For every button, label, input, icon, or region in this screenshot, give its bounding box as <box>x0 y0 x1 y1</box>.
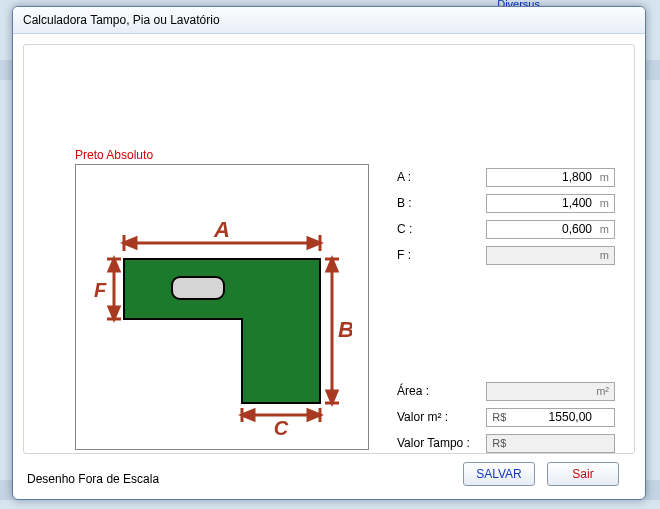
window-titlebar: Calculadora Tampo, Pia ou Lavatório <box>13 7 645 34</box>
row-B: B : m <box>397 192 615 214</box>
material-name: Preto Absoluto <box>75 148 153 162</box>
label-valor-m2: Valor m² : <box>397 410 486 424</box>
svg-marker-19 <box>308 410 320 420</box>
svg-marker-4 <box>308 238 320 248</box>
row-valor-m2: Valor m² : R$ <box>397 406 615 428</box>
row-area: Área : m² <box>397 380 615 402</box>
output-area <box>486 382 615 401</box>
input-C[interactable] <box>486 220 615 239</box>
shape-svg: A F <box>92 179 352 439</box>
client-area: Preto Absoluto A <box>13 34 645 500</box>
scale-note: Desenho Fora de Escala <box>27 472 159 486</box>
sink-cutout-icon <box>172 277 224 299</box>
dim-C-label: C <box>274 417 289 439</box>
label-B: B : <box>397 196 486 210</box>
input-F[interactable] <box>486 246 615 265</box>
app-background: Diversus Calculadora Tampo, Pia ou Lavat… <box>0 0 660 509</box>
dim-F-icon <box>107 259 121 319</box>
label-valor-tampo: Valor Tampo : <box>397 436 486 450</box>
input-B[interactable] <box>486 194 615 213</box>
svg-marker-14 <box>327 391 337 403</box>
row-valor-tampo: Valor Tampo : R$ <box>397 432 615 454</box>
save-button[interactable]: SALVAR <box>463 462 535 486</box>
svg-marker-18 <box>242 410 254 420</box>
svg-marker-8 <box>109 259 119 271</box>
svg-marker-13 <box>327 259 337 271</box>
window-title: Calculadora Tampo, Pia ou Lavatório <box>23 13 220 27</box>
dialog-buttons: SALVAR Sair <box>463 462 619 486</box>
dim-A-label: A <box>213 217 230 242</box>
label-A: A : <box>397 170 486 184</box>
dim-B-icon <box>325 259 339 403</box>
input-A[interactable] <box>486 168 615 187</box>
svg-marker-3 <box>124 238 136 248</box>
row-F: F : m <box>397 244 615 266</box>
dim-F-label: F <box>94 279 107 301</box>
dialog-window: Calculadora Tampo, Pia ou Lavatório Pret… <box>12 6 646 500</box>
row-A: A : m <box>397 166 615 188</box>
label-F: F : <box>397 248 486 262</box>
dimension-fields: A : m B : m C : <box>397 166 615 270</box>
exit-button[interactable]: Sair <box>547 462 619 486</box>
row-C: C : m <box>397 218 615 240</box>
result-fields: Área : m² Valor m² : R$ Valor Tampo : <box>397 380 615 458</box>
svg-marker-9 <box>109 307 119 319</box>
label-area: Área : <box>397 384 486 398</box>
input-valor-m2[interactable] <box>486 408 615 427</box>
dim-B-label: B <box>338 317 352 342</box>
output-valor-tampo <box>486 434 615 453</box>
shape-preview: A F <box>75 164 369 450</box>
label-C: C : <box>397 222 486 236</box>
